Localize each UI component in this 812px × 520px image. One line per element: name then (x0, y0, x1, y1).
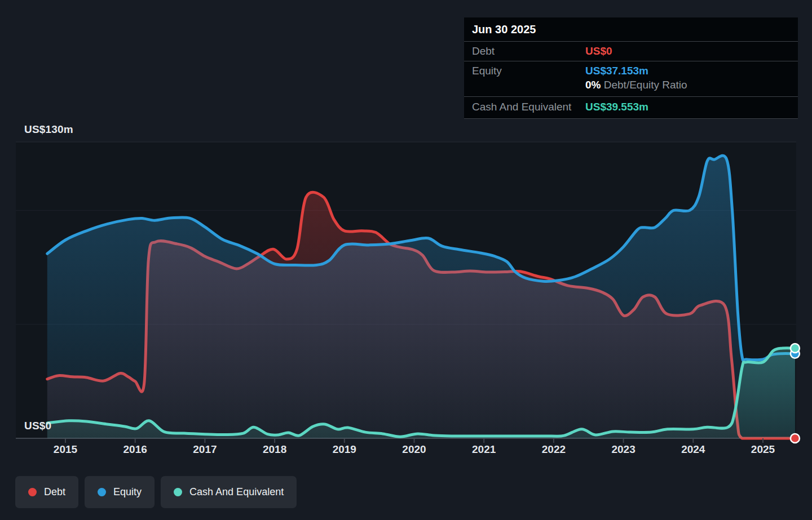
chart-legend: DebtEquityCash And Equivalent (15, 476, 297, 508)
chart-tooltip: Jun 30 2025 Debt US$0 Equity US$37.153m … (464, 17, 798, 119)
tooltip-debt-value: US$0 (585, 45, 612, 57)
x-axis-label-2025: 2025 (738, 443, 788, 456)
x-axis-label-2020: 2020 (389, 443, 440, 456)
tooltip-date: Jun 30 2025 (464, 17, 798, 42)
legend-pill-debt[interactable]: Debt (15, 476, 78, 508)
cash-and-equivalent-end-marker[interactable] (791, 344, 800, 353)
tooltip-equity-value: US$37.153m (585, 65, 648, 77)
tooltip-debt-label: Debt (472, 45, 585, 57)
debt-legend-dot-icon (28, 488, 37, 496)
x-axis-label-2017: 2017 (179, 443, 230, 456)
x-axis-label-2018: 2018 (249, 443, 300, 456)
debt-end-marker[interactable] (791, 434, 800, 443)
tooltip-cash-label: Cash And Equivalent (472, 101, 585, 113)
cash-and-equivalent-legend-dot-icon (174, 488, 182, 496)
tooltip-equity-label: Equity (472, 65, 585, 77)
y-axis-label-max: US$130m (24, 123, 73, 136)
legend-label: Debt (44, 486, 65, 498)
x-axis-label-2022: 2022 (528, 443, 579, 456)
debt-equity-history-panel: US$130m US$0 201520162017201820192020202… (0, 0, 812, 520)
legend-pill-cash-and-equivalent[interactable]: Cash And Equivalent (161, 476, 297, 508)
y-axis-label-zero: US$0 (24, 420, 51, 432)
x-axis-label-2021: 2021 (458, 443, 509, 456)
x-axis-label-2015: 2015 (40, 443, 91, 456)
x-axis-ticks (65, 438, 763, 443)
tooltip-row-equity: Equity US$37.153m 0% Debt/Equity Ratio (464, 61, 798, 97)
tooltip-ratio-text: Debt/Equity Ratio (604, 79, 687, 91)
x-axis-label-2024: 2024 (668, 443, 718, 456)
tooltip-ratio-percent: 0% (585, 79, 601, 91)
legend-label: Cash And Equivalent (189, 486, 284, 498)
tooltip-row-debt: Debt US$0 (464, 42, 798, 61)
equity-legend-dot-icon (98, 488, 106, 496)
x-axis-label-2019: 2019 (319, 443, 370, 456)
tooltip-debt-equity-ratio: 0% Debt/Equity Ratio (464, 77, 798, 96)
tooltip-cash-value: US$39.553m (585, 101, 648, 113)
legend-pill-equity[interactable]: Equity (85, 476, 155, 508)
x-axis-label-2023: 2023 (598, 443, 649, 456)
legend-label: Equity (113, 486, 142, 498)
page: { "tooltip": { "date": "Jun 30 2025", "d… (0, 0, 812, 520)
x-axis-label-2016: 2016 (110, 443, 161, 456)
tooltip-row-cash: Cash And Equivalent US$39.553m (464, 97, 798, 119)
